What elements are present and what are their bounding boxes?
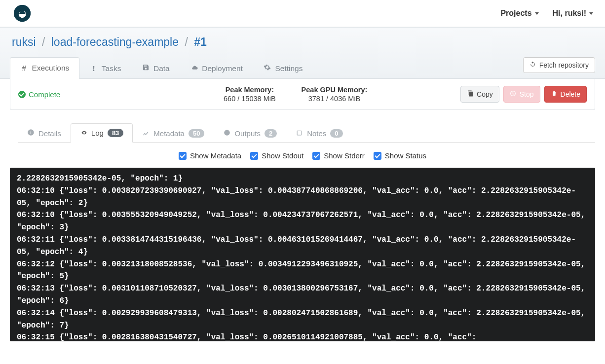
- subtab-label: Outputs: [234, 129, 261, 138]
- tab-deployment[interactable]: Deployment: [180, 58, 253, 79]
- checkbox-metadata[interactable]: [179, 152, 187, 160]
- filter-show-status[interactable]: Show Status: [374, 151, 426, 160]
- peak-memory-label: Peak Memory:: [224, 86, 276, 94]
- subtab-label: Notes: [307, 129, 326, 138]
- button-label: Fetch repository: [539, 61, 589, 69]
- user-menu[interactable]: Hi, ruksi!: [553, 9, 593, 18]
- stop-button[interactable]: Stop: [503, 86, 540, 103]
- log-output[interactable]: 2.2282632915905342e-05, "epoch": 1} 06:3…: [10, 168, 595, 341]
- button-label: Copy: [477, 90, 493, 98]
- button-label: Stop: [520, 90, 534, 98]
- checkbox-stderr[interactable]: [312, 152, 320, 160]
- subtab-details[interactable]: Details: [18, 123, 71, 143]
- exclam-icon: !: [90, 64, 98, 73]
- tab-data[interactable]: Data: [131, 57, 180, 79]
- copy-icon: [467, 90, 474, 98]
- detail-tabs: Details Log 83 Metadata 50 Outputs 2 Not…: [18, 123, 595, 143]
- tab-tasks[interactable]: ! Tasks: [79, 58, 131, 79]
- filter-label: Show Stderr: [324, 151, 365, 160]
- button-label: Delete: [561, 90, 580, 98]
- chart-icon: [142, 129, 150, 138]
- eye-icon: [80, 129, 87, 137]
- ban-icon: [510, 90, 517, 98]
- download-icon: [223, 129, 230, 138]
- log-filter-row: Show Metadata Show Stdout Show Stderr Sh…: [0, 143, 605, 168]
- breadcrumb-owner[interactable]: ruksi: [12, 36, 36, 48]
- tab-label: Settings: [275, 64, 302, 73]
- nav-tabs: # Executions ! Tasks Data Deployment: [10, 57, 313, 78]
- caret-down-icon: [589, 12, 593, 15]
- check-icon: [18, 91, 26, 98]
- subtab-label: Log: [91, 129, 104, 137]
- filter-show-metadata[interactable]: Show Metadata: [179, 151, 241, 160]
- tab-label: Data: [153, 64, 170, 73]
- filter-label: Show Metadata: [190, 151, 241, 160]
- filter-label: Show Stdout: [262, 151, 303, 160]
- peak-memory: Peak Memory: 660 / 15038 MiB: [216, 86, 284, 103]
- subtab-metadata[interactable]: Metadata 50: [133, 124, 214, 143]
- note-icon: [296, 129, 303, 138]
- subtab-label: Metadata: [153, 129, 185, 138]
- breadcrumb-run: #1: [194, 36, 207, 48]
- filter-show-stderr[interactable]: Show Stderr: [312, 151, 365, 160]
- peak-gpu-value: 3781 / 4036 MiB: [302, 95, 368, 103]
- subtab-badge: 50: [189, 129, 204, 138]
- save-icon: [142, 64, 150, 73]
- tab-label: Executions: [32, 64, 70, 73]
- svg-rect-0: [297, 131, 302, 135]
- brand-logo[interactable]: [14, 5, 31, 22]
- checkbox-status[interactable]: [374, 152, 381, 160]
- status-badge: Complete: [18, 90, 60, 99]
- subtab-badge: 83: [108, 129, 123, 137]
- fetch-repository-button[interactable]: Fetch repository: [523, 57, 595, 73]
- sub-header: ruksi / load-forecasting-example / #1 # …: [0, 27, 605, 79]
- filter-label: Show Status: [385, 151, 426, 160]
- subtab-badge: 0: [330, 129, 342, 138]
- delete-button[interactable]: Delete: [544, 86, 587, 103]
- subtab-notes[interactable]: Notes 0: [286, 124, 352, 143]
- copy-button[interactable]: Copy: [460, 86, 499, 103]
- gear-icon: [264, 64, 271, 73]
- subtab-badge: 2: [265, 129, 277, 138]
- projects-label: Projects: [500, 9, 531, 18]
- breadcrumb: ruksi / load-forecasting-example / #1: [10, 36, 595, 49]
- tab-executions[interactable]: # Executions: [10, 57, 79, 79]
- tab-settings[interactable]: Settings: [253, 57, 313, 79]
- tab-label: Tasks: [102, 64, 121, 73]
- caret-down-icon: [535, 12, 539, 15]
- checkbox-stdout[interactable]: [250, 152, 258, 160]
- subtab-outputs[interactable]: Outputs 2: [214, 124, 286, 143]
- status-panel: Complete Peak Memory: 660 / 15038 MiB Pe…: [10, 79, 595, 110]
- trash-icon: [551, 90, 558, 98]
- hash-icon: #: [20, 64, 28, 73]
- refresh-icon: [529, 61, 536, 69]
- filter-show-stdout[interactable]: Show Stdout: [250, 151, 303, 160]
- breadcrumb-project[interactable]: load-forecasting-example: [51, 36, 179, 48]
- info-icon: [27, 129, 35, 138]
- status-text: Complete: [29, 90, 60, 99]
- cloud-icon: [190, 64, 198, 73]
- subtab-log[interactable]: Log 83: [71, 123, 133, 143]
- projects-menu[interactable]: Projects: [500, 9, 538, 18]
- peak-gpu-memory: Peak GPU Memory: 3781 / 4036 MiB: [294, 86, 376, 103]
- peak-gpu-label: Peak GPU Memory:: [302, 86, 368, 94]
- subtab-label: Details: [38, 129, 61, 138]
- peak-memory-value: 660 / 15038 MiB: [224, 95, 276, 103]
- topnav: Projects Hi, ruksi!: [0, 0, 605, 27]
- tab-label: Deployment: [202, 64, 243, 73]
- user-greeting: Hi, ruksi!: [553, 9, 586, 18]
